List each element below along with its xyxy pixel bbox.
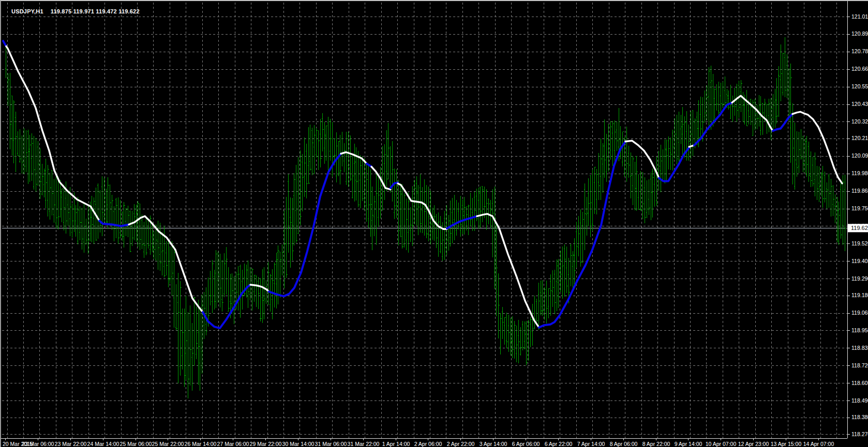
time-axis-label: 27 Mar 06:00 [217,441,249,447]
price-axis-label: 120.780 [851,48,868,54]
time-axis-label: 30 Mar 14:00 [282,441,315,447]
price-axis-label: 118.950 [851,327,868,333]
chart-title: USDJPY,H1119.875 119.971 119.472 119.622 [5,2,140,21]
price-axis-label: 120.095 [851,152,868,159]
price-axis-label: 120.550 [851,83,868,89]
price-axis-label: 120.210 [851,135,868,141]
price-axis-label: 119.520 [851,240,868,246]
time-axis-label: 23 Mar 06:00 [22,441,54,447]
current-price-badge-value: 119.622 [851,225,868,231]
price-axis-label: 119.980 [851,170,868,176]
time-axis-label: 2 Apr 06:00 [414,441,442,447]
price-axis-label: 118.835 [851,345,868,351]
time-axis-label: 13 Apr 15:00 [771,441,802,447]
price-axis-label: 118.605 [851,380,868,386]
time-axis-label: 9 Apr 14:00 [675,441,702,447]
time-axis-label: 6 Apr 22:00 [545,441,573,447]
time-axis-label: 24 Mar 14:00 [87,441,119,447]
time-axis-label: 8 Apr 22:00 [642,441,670,447]
price-axis-label: 120.435 [851,101,868,107]
price-chart[interactable]: 121.010120.895120.780120.665120.550120.4… [1,1,868,447]
price-axis-label: 120.665 [851,66,868,72]
time-axis-label: 29 Mar 22:00 [250,441,282,447]
price-axis-label: 119.290 [851,275,868,282]
chart-symbol-period: USDJPY,H1 [11,8,43,14]
price-axis-label: 120.895 [851,30,868,37]
price-axis-label: 118.380 [851,414,868,420]
price-axis-label: 119.405 [851,258,868,264]
metatrader-chart-window: USDJPY,H1119.875 119.971 119.472 119.622… [0,0,868,447]
price-axis-label: 119.865 [851,188,868,194]
price-axis-label: 120.320 [851,118,868,125]
price-axis-label: 118.720 [851,362,868,368]
current-price-badge: 119.622 [848,224,868,232]
time-axis-label: 25 Mar 06:00 [120,441,152,447]
time-axis-label: 31 Mar 06:00 [315,441,347,447]
time-axis-label: 31 Mar 22:00 [348,441,380,447]
time-axis-label: 10 Apr 07:00 [706,441,737,447]
time-axis-label: 3 Apr 14:00 [480,441,507,447]
price-axis-label: 119.750 [851,205,868,211]
price-axis-label: 118.270 [851,431,868,437]
price-axis-label: 119.065 [851,310,868,316]
time-axis-label: 1 Apr 14:00 [382,441,410,447]
time-axis-label: 14 Apr 07:00 [803,441,834,447]
time-axis-label: 6 Apr 06:00 [512,441,540,447]
time-axis-label: 26 Mar 14:00 [185,441,217,447]
time-axis-label: 23 Mar 22:00 [55,441,87,447]
price-axis-label: 121.010 [851,13,868,20]
price-axis-label: 119.180 [851,292,868,298]
time-axis-label: 25 Mar 22:00 [152,441,184,447]
time-axis-label: 2 Apr 22:00 [447,441,475,447]
time-axis-label: 12 Apr 23:00 [738,441,769,447]
price-axis-label: 118.490 [851,397,868,404]
time-axis-label: 7 Apr 14:00 [577,441,605,447]
chart-ohlc-readout: 119.875 119.971 119.472 119.622 [51,8,140,14]
time-axis-label: 8 Apr 06:00 [610,441,638,447]
